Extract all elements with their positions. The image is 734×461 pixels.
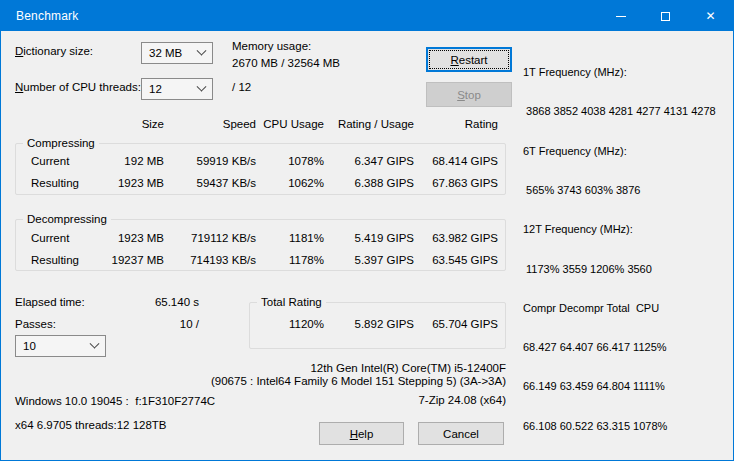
passes-label: Passes: bbox=[15, 318, 56, 330]
total-rating-value: 65.704 GIPS bbox=[414, 318, 498, 330]
maximize-icon bbox=[661, 12, 670, 21]
table-row: Current 1923 MB 719112 KB/s 1181% 5.419 … bbox=[23, 232, 498, 244]
freq-line: 1173% 3559 1206% 3560 bbox=[523, 263, 731, 276]
os-info: Windows 10.0 19045 : f:1F310F2774C bbox=[15, 395, 215, 407]
freq-line: 6T Frequency (MHz): bbox=[523, 145, 731, 158]
freq-line: 565% 3743 603% 3876 bbox=[523, 184, 731, 197]
elapsed-time-value: 65.140 s bbox=[101, 296, 199, 308]
col-header-speed: Speed bbox=[164, 118, 256, 130]
minimize-icon bbox=[616, 16, 626, 17]
titlebar[interactable]: Benchmark ✕ bbox=[1, 1, 733, 31]
total-rating-row: 1120% 5.892 GIPS 65.704 GIPS bbox=[249, 318, 498, 330]
memory-usage-label: Memory usage: bbox=[232, 40, 311, 52]
total-rating-group-label: Total Rating bbox=[257, 296, 326, 308]
total-cpu-usage: 1120% bbox=[249, 318, 324, 330]
passes-combo-value: 10 bbox=[16, 340, 83, 352]
dialog-client-area: Dictionary size: 32 MB Memory usage: 267… bbox=[1, 31, 733, 460]
elapsed-time-label: Elapsed time: bbox=[15, 296, 85, 308]
table-row: Resulting 19237 MB 714193 KB/s 1178% 5.3… bbox=[23, 254, 498, 266]
col-header-cpu-usage: CPU Usage bbox=[256, 118, 324, 130]
minimize-button[interactable] bbox=[598, 1, 643, 31]
help-button[interactable]: Help bbox=[319, 422, 404, 445]
chevron-down-icon bbox=[190, 86, 212, 93]
stop-button[interactable]: Stop bbox=[426, 82, 512, 107]
results-row: 66.149 63.459 64.804 1111% bbox=[523, 380, 731, 393]
passes-select[interactable]: 10 bbox=[15, 335, 106, 357]
restart-button[interactable]: Restart bbox=[426, 47, 512, 72]
window-title: Benchmark bbox=[1, 9, 79, 23]
cpu-id-line: (90675 : Intel64 Family 6 Model 151 Step… bbox=[1, 375, 506, 387]
chevron-down-icon bbox=[190, 50, 212, 57]
close-button[interactable]: ✕ bbox=[688, 1, 733, 31]
results-row: 68.427 64.407 66.417 1125% bbox=[523, 341, 731, 354]
results-header: Compr Decompr Total CPU bbox=[523, 302, 731, 315]
memory-usage-value: 2670 MB / 32564 MB bbox=[232, 57, 340, 69]
table-row: Resulting 1923 MB 59437 KB/s 1062% 6.388… bbox=[23, 177, 498, 189]
passes-value: 10 / bbox=[101, 318, 199, 330]
cpu-threads-select[interactable]: 12 bbox=[141, 78, 213, 100]
table-row: Current 192 MB 59919 KB/s 1078% 6.347 GI… bbox=[23, 155, 498, 167]
chevron-down-icon bbox=[83, 343, 105, 350]
freq-line: 3868 3852 4038 4281 4277 4131 4278 bbox=[523, 105, 731, 118]
runtime-info: x64 6.9705 threads:12 128TB bbox=[15, 419, 167, 431]
cpu-threads-max: / 12 bbox=[232, 81, 251, 93]
cpu-threads-value: 12 bbox=[142, 83, 190, 95]
col-header-size: Size bbox=[98, 118, 164, 130]
caption-buttons: ✕ bbox=[598, 1, 733, 31]
bench-table-header: Size Speed CPU Usage Rating / Usage Rati… bbox=[23, 118, 498, 130]
freq-line: 1T Frequency (MHz): bbox=[523, 66, 731, 79]
cpu-name-line: 12th Gen Intel(R) Core(TM) i5-12400F bbox=[1, 362, 506, 374]
dictionary-size-label: Dictionary size: bbox=[15, 45, 93, 57]
dictionary-size-value: 32 MB bbox=[142, 47, 190, 59]
col-header-rating: Rating bbox=[414, 118, 498, 130]
cpu-threads-label: Number of CPU threads: bbox=[15, 81, 141, 93]
benchmark-dialog: Benchmark ✕ Dictionary size: 32 MB Memor… bbox=[0, 0, 734, 461]
compressing-group-label: Compressing bbox=[23, 137, 99, 149]
frequency-results-panel: 1T Frequency (MHz): 3868 3852 4038 4281 … bbox=[523, 40, 731, 461]
maximize-button[interactable] bbox=[643, 1, 688, 31]
freq-line: 12T Frequency (MHz): bbox=[523, 223, 731, 236]
col-header-rating-usage: Rating / Usage bbox=[324, 118, 414, 130]
decompressing-group-label: Decompressing bbox=[23, 213, 111, 225]
total-rating-usage: 5.892 GIPS bbox=[324, 318, 414, 330]
cancel-button[interactable]: Cancel bbox=[418, 422, 504, 445]
results-row: 66.108 60.522 63.315 1078% bbox=[523, 420, 731, 433]
close-icon: ✕ bbox=[705, 10, 715, 22]
dictionary-size-select[interactable]: 32 MB bbox=[141, 42, 213, 64]
